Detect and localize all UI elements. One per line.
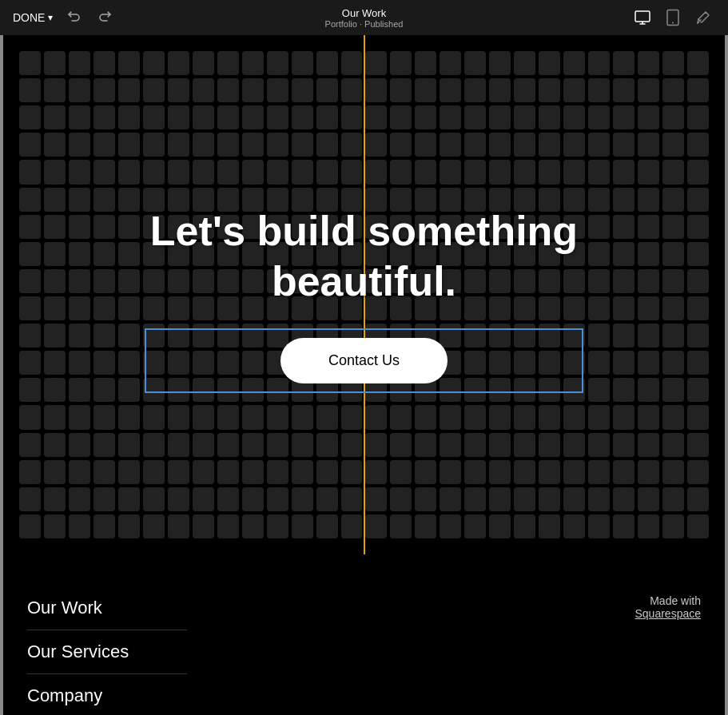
footer-nav-company[interactable]: Company [27, 674, 187, 715]
grid-cell [44, 460, 66, 484]
grid-cell [464, 514, 486, 538]
grid-cell [267, 105, 288, 129]
grid-cell [93, 433, 115, 457]
grid-cell [19, 514, 41, 538]
grid-cell [662, 269, 684, 293]
grid-cell [44, 242, 66, 266]
grid-cell [390, 133, 412, 157]
svg-rect-0 [635, 11, 650, 22]
grid-cell [316, 433, 338, 457]
grid-cell [588, 514, 610, 538]
grid-cell [143, 378, 165, 402]
grid-cell [217, 514, 239, 538]
grid-cell [143, 51, 165, 75]
grid-cell [415, 460, 436, 484]
top-bar: DONE ▾ Our Work Portfolio · Published [0, 0, 728, 35]
grid-cell [118, 296, 140, 320]
grid-cell [44, 351, 66, 375]
grid-cell [588, 405, 610, 429]
grid-cell [242, 133, 264, 157]
grid-cell [588, 78, 610, 102]
grid-cell [539, 487, 560, 511]
grid-cell [489, 433, 511, 457]
grid-cell [267, 460, 288, 484]
footer-nav-our-services[interactable]: Our Services [27, 630, 187, 674]
grid-cell [514, 514, 535, 538]
desktop-view-button[interactable] [631, 6, 654, 30]
grid-cell [242, 378, 264, 402]
grid-cell [168, 433, 189, 457]
squarespace-link[interactable]: Squarespace [635, 607, 701, 620]
grid-cell [217, 133, 239, 157]
grid-cell [563, 378, 585, 402]
grid-cell [662, 105, 684, 129]
page-name: Our Work [325, 7, 404, 19]
design-button[interactable] [691, 6, 715, 30]
grid-cell [193, 324, 214, 348]
grid-cell [341, 487, 363, 511]
grid-cell [242, 460, 264, 484]
grid-cell [93, 351, 115, 375]
grid-cell [118, 242, 140, 266]
done-button[interactable]: DONE ▾ [13, 11, 53, 24]
grid-cell [613, 351, 635, 375]
grid-cell [93, 215, 115, 239]
grid-cell [514, 460, 535, 484]
grid-cell [662, 188, 684, 212]
contact-us-button[interactable]: Contact Us [280, 338, 448, 383]
grid-cell [44, 269, 66, 293]
grid-cell [662, 460, 684, 484]
grid-cell [563, 351, 585, 375]
grid-cell [69, 51, 90, 75]
grid-cell [44, 324, 66, 348]
grid-cell [118, 405, 140, 429]
grid-cell [292, 105, 313, 129]
grid-cell [193, 378, 214, 402]
footer-nav-our-work[interactable]: Our Work [27, 586, 187, 630]
grid-cell [69, 378, 90, 402]
grid-cell [613, 405, 635, 429]
grid-cell [19, 351, 41, 375]
grid-cell [19, 160, 41, 184]
grid-cell [341, 105, 363, 129]
redo-button[interactable] [94, 5, 117, 31]
grid-cell [69, 514, 90, 538]
hero-text: Let's build something beautiful. [150, 206, 578, 306]
grid-cell [19, 51, 41, 75]
grid-cell [93, 269, 115, 293]
grid-cell [69, 105, 90, 129]
grid-cell [168, 405, 189, 429]
grid-cell [143, 405, 165, 429]
grid-cell [69, 188, 90, 212]
grid-cell [267, 160, 288, 184]
canvas-area[interactable]: // Will be generated by the render scrip… [0, 35, 728, 715]
grid-cell [687, 188, 709, 212]
grid-cell [217, 487, 239, 511]
grid-cell [316, 160, 338, 184]
grid-cell [662, 324, 684, 348]
undo-button[interactable] [62, 5, 85, 31]
grid-cell [93, 487, 115, 511]
grid-cell [193, 160, 214, 184]
tablet-view-button[interactable] [661, 6, 685, 30]
grid-cell [143, 460, 165, 484]
grid-cell [19, 405, 41, 429]
grid-cell [588, 215, 610, 239]
grid-cell [489, 51, 511, 75]
grid-cell [242, 105, 264, 129]
grid-cell [267, 405, 288, 429]
grid-cell [588, 460, 610, 484]
grid-cell [489, 160, 511, 184]
grid-cell [316, 78, 338, 102]
grid-cell [588, 433, 610, 457]
grid-cell [563, 160, 585, 184]
grid-cell [687, 378, 709, 402]
grid-cell [118, 324, 140, 348]
grid-cell [464, 78, 486, 102]
grid-cell [19, 188, 41, 212]
grid-cell [242, 51, 264, 75]
grid-cell [365, 133, 387, 157]
grid-cell [539, 51, 560, 75]
grid-cell [464, 405, 486, 429]
grid-cell [44, 215, 66, 239]
